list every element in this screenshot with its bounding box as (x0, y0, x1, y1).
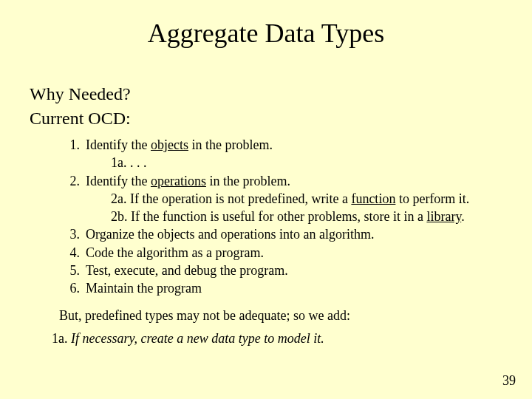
underlined-term: library (426, 209, 461, 224)
text-fragment: . (461, 209, 465, 224)
list-text: Organize the objects and operations into… (80, 225, 375, 243)
text-fragment: to perform it. (395, 191, 469, 206)
heading-why-needed: Why Needed? (30, 84, 502, 104)
addendum-italic: If necessary, create a new data type to … (71, 331, 324, 346)
list-number: 6. (59, 279, 80, 297)
list-number: 1. (59, 136, 80, 154)
closing-text: But, predefined types may not be adequat… (59, 308, 502, 324)
heading-current-ocd: Current OCD: (30, 109, 502, 129)
list-item: 6. Maintain the program (59, 279, 502, 297)
underlined-term: operations (151, 174, 206, 188)
addendum-item: 1a. If necessary, create a new data type… (52, 331, 502, 347)
list-text: Test, execute, and debug the program. (80, 262, 288, 279)
underlined-term: function (351, 191, 395, 206)
slide: Aggregate Data Types Why Needed? Current… (0, 0, 532, 399)
list-number: 5. (59, 262, 80, 279)
list-item: 1. Identify the objects in the problem. (59, 136, 502, 154)
slide-title: Aggregate Data Types (30, 18, 502, 49)
list-number: 2. (59, 172, 80, 190)
list-item: 5. Test, execute, and debug the program. (59, 262, 502, 279)
list-text: Identify the operations in the problem. (80, 172, 290, 190)
list-text: Maintain the program (80, 279, 202, 297)
list-text: Identify the objects in the problem. (80, 136, 273, 154)
addendum-label: 1a. (52, 331, 71, 346)
text-fragment: Identify the (86, 174, 151, 188)
list-subitem: 2a. If the operation is not predefined, … (111, 190, 502, 208)
text-fragment: Identify the (86, 137, 151, 152)
ocd-list: 1. Identify the objects in the problem. … (59, 136, 502, 298)
text-fragment: 2b. If the function is useful for other … (111, 209, 426, 224)
text-fragment: in the problem. (206, 174, 290, 188)
page-number: 39 (502, 373, 516, 389)
list-item: 4. Code the algorithm as a program. (59, 244, 502, 262)
list-number: 3. (59, 225, 80, 243)
list-subitem: 1a. . . . (111, 154, 502, 171)
text-fragment: 2a. If the operation is not predefined, … (111, 191, 351, 206)
list-item: 3. Organize the objects and operations i… (59, 225, 502, 243)
list-subitem: 2b. If the function is useful for other … (111, 208, 502, 225)
list-number: 4. (59, 244, 80, 262)
list-text: Code the algorithm as a program. (80, 244, 264, 262)
list-item: 2. Identify the operations in the proble… (59, 172, 502, 190)
text-fragment: in the problem. (188, 137, 273, 152)
underlined-term: objects (151, 137, 188, 152)
